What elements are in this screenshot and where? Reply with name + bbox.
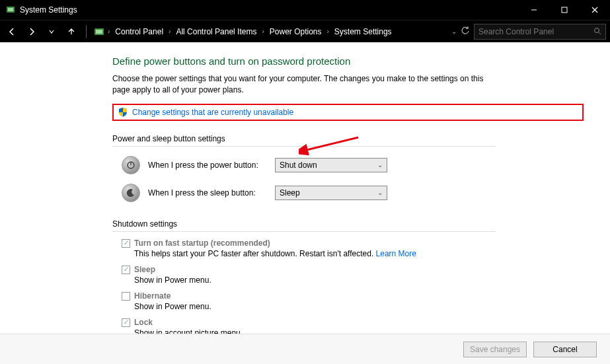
page-heading: Define power buttons and turn on passwor… xyxy=(112,55,584,67)
svg-rect-3 xyxy=(562,7,567,13)
address-dropdown-icon[interactable]: ⌄ xyxy=(451,28,457,35)
chevron-down-icon: ⌄ xyxy=(377,161,383,168)
app-icon xyxy=(5,5,16,15)
breadcrumb-item[interactable]: All Control Panel Items xyxy=(173,26,259,38)
admin-link-highlight: Change settings that are currently unava… xyxy=(112,104,584,121)
chevron-right-icon: › xyxy=(169,28,171,35)
svg-rect-7 xyxy=(96,30,102,34)
up-button[interactable] xyxy=(63,24,79,40)
maximize-button[interactable] xyxy=(549,0,580,20)
close-button[interactable] xyxy=(580,0,610,20)
minimize-button[interactable] xyxy=(519,0,549,20)
fast-startup-checkbox[interactable] xyxy=(122,239,130,248)
power-icon xyxy=(122,156,140,174)
chevron-down-icon: ⌄ xyxy=(377,189,383,196)
content-area: Define power buttons and turn on passwor… xyxy=(0,42,610,364)
cancel-button[interactable]: Cancel xyxy=(533,342,597,357)
sleep-title: Sleep xyxy=(134,265,211,274)
sleep-button-dropdown[interactable]: Sleep ⌄ xyxy=(275,186,387,200)
hibernate-sub: Show in Power menu. xyxy=(134,302,211,311)
lock-row: Lock Show in account picture menu. xyxy=(122,318,584,334)
power-button-row: When I press the power button: Shut down… xyxy=(122,156,584,174)
lock-checkbox[interactable] xyxy=(122,318,130,327)
svg-rect-1 xyxy=(8,8,13,11)
power-button-label: When I press the power button: xyxy=(148,161,267,170)
sleep-icon xyxy=(122,184,140,202)
address-bar[interactable]: › Control Panel › All Control Panel Item… xyxy=(93,26,447,38)
power-button-dropdown[interactable]: Shut down ⌄ xyxy=(275,158,387,172)
recent-dropdown-button[interactable] xyxy=(44,24,59,40)
hibernate-row: Hibernate Show in Power menu. xyxy=(122,291,584,311)
sleep-button-label: When I press the sleep button: xyxy=(148,188,267,198)
svg-point-8 xyxy=(595,28,599,32)
power-button-value: Shut down xyxy=(280,161,317,170)
chevron-right-icon: › xyxy=(262,28,264,35)
hibernate-checkbox[interactable] xyxy=(122,292,130,301)
fast-startup-row: Turn on fast startup (recommended) This … xyxy=(122,238,584,258)
window-title: System Settings xyxy=(20,5,519,15)
lock-title: Lock xyxy=(134,318,243,327)
forward-button[interactable] xyxy=(24,24,40,40)
change-settings-link[interactable]: Change settings that are currently unava… xyxy=(132,108,293,117)
search-icon[interactable] xyxy=(593,26,601,38)
hibernate-title: Hibernate xyxy=(134,291,211,301)
sleep-button-row: When I press the sleep button: Sleep ⌄ xyxy=(122,184,584,202)
sleep-checkbox[interactable] xyxy=(122,266,130,274)
search-box[interactable] xyxy=(474,24,606,40)
chevron-right-icon: › xyxy=(108,28,110,35)
chevron-right-icon: › xyxy=(327,28,329,35)
sleep-button-value: Sleep xyxy=(280,188,300,198)
lock-sub: Show in account picture menu. xyxy=(134,328,243,334)
breadcrumb-item[interactable]: Power Options xyxy=(267,26,324,38)
breadcrumb-item[interactable]: Control Panel xyxy=(112,26,166,38)
fast-startup-title: Turn on fast startup (recommended) xyxy=(134,238,416,248)
shield-icon xyxy=(118,107,128,118)
footer-bar: Save changes Cancel xyxy=(0,334,610,364)
sleep-sub: Show in Power menu. xyxy=(134,275,211,285)
breadcrumb-item[interactable]: System Settings xyxy=(332,26,395,38)
section-power-sleep: Power and sleep button settings xyxy=(112,134,496,147)
sleep-row: Sleep Show in Power menu. xyxy=(122,265,584,285)
refresh-button[interactable] xyxy=(461,26,470,38)
save-changes-button[interactable]: Save changes xyxy=(463,342,527,357)
search-input[interactable] xyxy=(478,27,593,36)
svg-line-9 xyxy=(599,32,601,34)
control-panel-icon xyxy=(93,26,105,38)
back-button[interactable] xyxy=(4,24,20,40)
fast-startup-sub: This helps start your PC faster after sh… xyxy=(134,249,416,258)
learn-more-link[interactable]: Learn More xyxy=(376,249,416,258)
navigation-bar: › Control Panel › All Control Panel Item… xyxy=(0,20,610,42)
section-shutdown: Shutdown settings xyxy=(112,219,496,232)
title-bar: System Settings xyxy=(0,0,610,20)
page-description: Choose the power settings that you want … xyxy=(112,73,502,96)
